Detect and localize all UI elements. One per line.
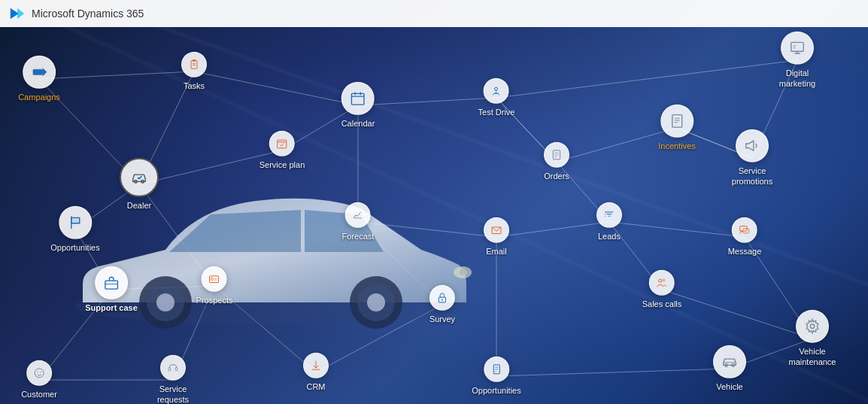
- opportunities-bottom-label: Opportunities: [472, 385, 520, 396]
- message-node[interactable]: Message: [728, 217, 762, 257]
- forecast-node[interactable]: Forecast: [342, 202, 375, 241]
- document-lines-icon: [551, 149, 563, 161]
- monitor-icon: [789, 40, 806, 56]
- opportunities-bottom-node[interactable]: Opportunities: [472, 357, 520, 396]
- svg-line-29: [496, 369, 730, 376]
- dealer-icon-circle: [120, 158, 159, 197]
- svg-rect-82: [105, 281, 118, 289]
- svg-point-40: [156, 293, 175, 311]
- prospects-node[interactable]: Prospects: [196, 266, 233, 305]
- vehicle-maintenance-node[interactable]: Vehicle maintenance: [785, 310, 840, 368]
- svg-rect-96: [168, 368, 171, 371]
- email-icon-circle: [484, 217, 509, 243]
- svg-rect-46: [33, 69, 43, 74]
- sales-calls-icon-circle: [649, 270, 675, 296]
- survey-icon-circle: [429, 285, 455, 311]
- opportunities-left-label: Opportunities: [50, 242, 99, 253]
- svg-rect-59: [791, 42, 804, 51]
- crm-node[interactable]: CRM: [303, 353, 329, 392]
- chart-icon: [352, 209, 364, 221]
- opportunities-left-icon-circle: [59, 206, 92, 239]
- service-promotions-label: Service promotions: [722, 166, 782, 187]
- campaigns-label: Campaigns: [18, 92, 60, 102]
- digital-marketing-label: Digital marketing: [767, 68, 827, 90]
- customer-node[interactable]: Customer: [21, 360, 57, 399]
- vehicle-maintenance-label: Vehicle maintenance: [785, 346, 840, 368]
- opportunities-left-node[interactable]: Opportunities: [50, 206, 99, 253]
- service-requests-node[interactable]: Service requests: [147, 355, 199, 404]
- message-label: Message: [728, 246, 762, 257]
- gear-icon: [804, 318, 821, 335]
- tasks-label: Tasks: [184, 80, 205, 91]
- briefcase-icon: [103, 275, 120, 291]
- calendar-icon-circle: [341, 82, 375, 115]
- service-plan-node[interactable]: Service plan: [259, 131, 305, 170]
- svg-line-25: [609, 222, 745, 237]
- orders-node[interactable]: Orders: [544, 142, 569, 181]
- message-icon-circle: [732, 217, 757, 243]
- lock-icon: [436, 292, 448, 304]
- support-case-icon-circle: [95, 266, 128, 299]
- digital-marketing-node[interactable]: Digital marketing: [767, 32, 827, 90]
- calendar-icon: [350, 90, 366, 107]
- dynamics-logo: [9, 5, 26, 22]
- service-plan-label: Service plan: [259, 159, 305, 170]
- document-icon: [669, 113, 685, 129]
- arrow-right-icon: [31, 64, 47, 80]
- leads-node[interactable]: Leads: [596, 202, 622, 241]
- tasks-icon-circle: [181, 52, 207, 77]
- svg-point-94: [37, 372, 38, 372]
- dealer-label: Dealer: [127, 200, 151, 211]
- email-icon: [490, 224, 502, 236]
- chat-icon: [739, 224, 751, 236]
- orders-label: Orders: [544, 171, 569, 181]
- svg-point-95: [40, 372, 41, 372]
- prospects-label: Prospects: [196, 295, 233, 305]
- svg-point-85: [211, 278, 214, 280]
- svg-line-3: [194, 71, 358, 105]
- forecast-label: Forecast: [342, 231, 375, 241]
- vehicle-label: Vehicle: [716, 381, 742, 392]
- svg-point-43: [367, 293, 385, 311]
- svg-point-89: [442, 299, 443, 301]
- service-plan-icon-circle: [269, 131, 295, 156]
- test-drive-label: Test Drive: [478, 107, 515, 117]
- email-node[interactable]: Email: [484, 217, 509, 257]
- sales-calls-node[interactable]: Sales calls: [642, 270, 682, 309]
- calendar-node[interactable]: Calendar: [341, 82, 375, 129]
- survey-label: Survey: [429, 314, 455, 324]
- leads-label: Leads: [598, 231, 621, 241]
- svg-line-5: [496, 60, 797, 98]
- dealer-node[interactable]: Dealer: [120, 158, 159, 211]
- tasks-node[interactable]: Tasks: [181, 52, 207, 91]
- svg-rect-68: [672, 115, 682, 128]
- service-promotions-node[interactable]: Service promotions: [722, 129, 782, 187]
- clipboard-icon: [188, 59, 200, 71]
- svg-point-90: [659, 279, 662, 282]
- incentives-label: Incentives: [658, 141, 696, 151]
- svg-point-91: [663, 279, 665, 281]
- test-drive-icon-circle: [484, 78, 509, 104]
- incentives-icon-circle: [660, 105, 693, 138]
- vehicle-node[interactable]: Vehicle: [713, 345, 746, 392]
- header-title: Microsoft Dynamics 365: [32, 8, 144, 20]
- forecast-icon-circle: [345, 202, 371, 228]
- campaigns-icon-circle: [23, 56, 56, 89]
- service-requests-label: Service requests: [147, 384, 199, 404]
- car-check-icon: [131, 169, 147, 186]
- support-case-node[interactable]: Support case: [85, 266, 138, 313]
- svg-rect-52: [352, 93, 365, 105]
- document-small-icon: [490, 363, 502, 375]
- incentives-node[interactable]: Incentives: [658, 105, 696, 151]
- header-bar: Microsoft Dynamics 365: [0, 0, 868, 27]
- test-drive-node[interactable]: Test Drive: [478, 78, 515, 117]
- opportunities-bottom-icon-circle: [484, 357, 509, 382]
- campaigns-node[interactable]: Campaigns: [18, 56, 60, 102]
- prospects-icon-circle: [202, 266, 227, 292]
- svg-point-93: [35, 369, 44, 378]
- svg-point-92: [810, 324, 815, 329]
- survey-node[interactable]: Survey: [429, 285, 455, 324]
- svg-rect-66: [278, 140, 287, 148]
- download-icon: [310, 360, 322, 372]
- strategy-icon: [490, 85, 502, 97]
